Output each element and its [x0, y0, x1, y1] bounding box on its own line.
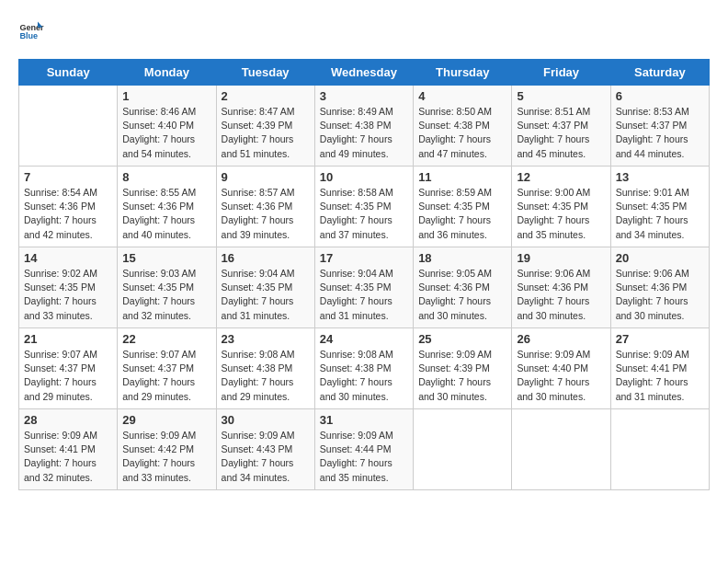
day-number: 4	[418, 89, 506, 103]
day-number: 13	[616, 170, 704, 184]
page-header: General Blue	[18, 18, 710, 44]
weekday-header-tuesday: Tuesday	[216, 60, 314, 86]
day-info: Sunrise: 9:08 AMSunset: 4:38 PMDaylight:…	[320, 348, 408, 404]
calendar-cell: 15Sunrise: 9:03 AMSunset: 4:35 PMDayligh…	[118, 247, 216, 328]
day-number: 7	[24, 170, 112, 184]
calendar-cell: 2Sunrise: 8:47 AMSunset: 4:39 PMDaylight…	[216, 86, 314, 167]
calendar-cell	[512, 409, 610, 490]
calendar-cell: 5Sunrise: 8:51 AMSunset: 4:37 PMDaylight…	[512, 86, 610, 167]
day-info: Sunrise: 9:09 AMSunset: 4:39 PMDaylight:…	[418, 348, 506, 404]
day-number: 3	[320, 89, 408, 103]
day-info: Sunrise: 9:04 AMSunset: 4:35 PMDaylight:…	[320, 267, 408, 323]
calendar-cell: 19Sunrise: 9:06 AMSunset: 4:36 PMDayligh…	[512, 247, 610, 328]
day-number: 9	[222, 170, 310, 184]
week-row-5: 28Sunrise: 9:09 AMSunset: 4:41 PMDayligh…	[19, 409, 710, 490]
week-row-1: 1Sunrise: 8:46 AMSunset: 4:40 PMDaylight…	[19, 86, 710, 167]
calendar-cell: 13Sunrise: 9:01 AMSunset: 4:35 PMDayligh…	[610, 167, 709, 247]
day-number: 24	[320, 332, 408, 346]
day-info: Sunrise: 9:08 AMSunset: 4:38 PMDaylight:…	[222, 348, 310, 404]
day-info: Sunrise: 9:09 AMSunset: 4:44 PMDaylight:…	[320, 429, 408, 485]
day-number: 26	[517, 332, 605, 346]
day-info: Sunrise: 8:51 AMSunset: 4:37 PMDaylight:…	[517, 105, 605, 161]
calendar-cell: 26Sunrise: 9:09 AMSunset: 4:40 PMDayligh…	[512, 328, 610, 409]
day-number: 1	[122, 89, 210, 103]
calendar-cell: 18Sunrise: 9:05 AMSunset: 4:36 PMDayligh…	[414, 247, 512, 328]
weekday-header-thursday: Thursday	[414, 60, 512, 86]
day-number: 23	[222, 332, 310, 346]
day-info: Sunrise: 8:54 AMSunset: 4:36 PMDaylight:…	[24, 186, 112, 242]
weekday-header-sunday: Sunday	[19, 60, 118, 86]
day-info: Sunrise: 9:04 AMSunset: 4:35 PMDaylight:…	[222, 267, 310, 323]
day-info: Sunrise: 9:02 AMSunset: 4:35 PMDaylight:…	[24, 267, 112, 323]
calendar-cell: 10Sunrise: 8:58 AMSunset: 4:35 PMDayligh…	[314, 167, 413, 247]
day-number: 22	[122, 332, 210, 346]
week-row-3: 14Sunrise: 9:02 AMSunset: 4:35 PMDayligh…	[19, 247, 710, 328]
calendar-cell: 1Sunrise: 8:46 AMSunset: 4:40 PMDaylight…	[118, 86, 216, 167]
day-info: Sunrise: 8:46 AMSunset: 4:40 PMDaylight:…	[122, 105, 210, 161]
day-info: Sunrise: 8:47 AMSunset: 4:39 PMDaylight:…	[222, 105, 310, 161]
day-number: 18	[418, 251, 506, 265]
calendar-cell: 14Sunrise: 9:02 AMSunset: 4:35 PMDayligh…	[19, 247, 118, 328]
day-info: Sunrise: 9:09 AMSunset: 4:43 PMDaylight:…	[222, 429, 310, 485]
day-info: Sunrise: 9:07 AMSunset: 4:37 PMDaylight:…	[122, 348, 210, 404]
day-number: 10	[320, 170, 408, 184]
day-info: Sunrise: 9:06 AMSunset: 4:36 PMDaylight:…	[517, 267, 605, 323]
logo-icon: General Blue	[18, 18, 44, 44]
calendar-cell: 7Sunrise: 8:54 AMSunset: 4:36 PMDaylight…	[19, 167, 118, 247]
calendar-cell: 20Sunrise: 9:06 AMSunset: 4:36 PMDayligh…	[610, 247, 709, 328]
day-number: 14	[24, 251, 112, 265]
weekday-header-friday: Friday	[512, 60, 610, 86]
day-number: 17	[320, 251, 408, 265]
day-number: 25	[418, 332, 506, 346]
day-number: 31	[320, 413, 408, 427]
day-info: Sunrise: 9:01 AMSunset: 4:35 PMDaylight:…	[616, 186, 704, 242]
weekday-header-row: SundayMondayTuesdayWednesdayThursdayFrid…	[19, 60, 710, 86]
weekday-header-saturday: Saturday	[610, 60, 709, 86]
calendar-cell: 11Sunrise: 8:59 AMSunset: 4:35 PMDayligh…	[414, 167, 512, 247]
calendar-cell: 21Sunrise: 9:07 AMSunset: 4:37 PMDayligh…	[19, 328, 118, 409]
day-info: Sunrise: 8:57 AMSunset: 4:36 PMDaylight:…	[222, 186, 310, 242]
calendar-cell: 29Sunrise: 9:09 AMSunset: 4:42 PMDayligh…	[118, 409, 216, 490]
day-number: 5	[517, 89, 605, 103]
day-info: Sunrise: 8:59 AMSunset: 4:35 PMDaylight:…	[418, 186, 506, 242]
calendar-cell: 8Sunrise: 8:55 AMSunset: 4:36 PMDaylight…	[118, 167, 216, 247]
day-info: Sunrise: 9:03 AMSunset: 4:35 PMDaylight:…	[122, 267, 210, 323]
calendar-cell: 24Sunrise: 9:08 AMSunset: 4:38 PMDayligh…	[314, 328, 413, 409]
day-number: 11	[418, 170, 506, 184]
day-info: Sunrise: 9:09 AMSunset: 4:41 PMDaylight:…	[616, 348, 704, 404]
calendar-cell: 12Sunrise: 9:00 AMSunset: 4:35 PMDayligh…	[512, 167, 610, 247]
calendar-cell	[414, 409, 512, 490]
day-info: Sunrise: 9:07 AMSunset: 4:37 PMDaylight:…	[24, 348, 112, 404]
calendar-cell: 23Sunrise: 9:08 AMSunset: 4:38 PMDayligh…	[216, 328, 314, 409]
day-number: 30	[222, 413, 310, 427]
calendar-cell: 27Sunrise: 9:09 AMSunset: 4:41 PMDayligh…	[610, 328, 709, 409]
day-info: Sunrise: 9:09 AMSunset: 4:42 PMDaylight:…	[122, 429, 210, 485]
day-number: 16	[222, 251, 310, 265]
day-info: Sunrise: 8:53 AMSunset: 4:37 PMDaylight:…	[616, 105, 704, 161]
calendar-cell	[19, 86, 118, 167]
logo: General Blue	[18, 18, 48, 44]
day-info: Sunrise: 9:00 AMSunset: 4:35 PMDaylight:…	[517, 186, 605, 242]
calendar-cell: 16Sunrise: 9:04 AMSunset: 4:35 PMDayligh…	[216, 247, 314, 328]
day-number: 29	[122, 413, 210, 427]
day-info: Sunrise: 9:06 AMSunset: 4:36 PMDaylight:…	[616, 267, 704, 323]
calendar-cell: 31Sunrise: 9:09 AMSunset: 4:44 PMDayligh…	[314, 409, 413, 490]
weekday-header-wednesday: Wednesday	[314, 60, 413, 86]
calendar-cell: 9Sunrise: 8:57 AMSunset: 4:36 PMDaylight…	[216, 167, 314, 247]
week-row-2: 7Sunrise: 8:54 AMSunset: 4:36 PMDaylight…	[19, 167, 710, 247]
day-number: 21	[24, 332, 112, 346]
day-info: Sunrise: 8:49 AMSunset: 4:38 PMDaylight:…	[320, 105, 408, 161]
day-number: 28	[24, 413, 112, 427]
day-number: 27	[616, 332, 704, 346]
day-info: Sunrise: 9:09 AMSunset: 4:40 PMDaylight:…	[517, 348, 605, 404]
day-number: 2	[222, 89, 310, 103]
calendar-table: SundayMondayTuesdayWednesdayThursdayFrid…	[18, 59, 710, 490]
day-number: 15	[122, 251, 210, 265]
weekday-header-monday: Monday	[118, 60, 216, 86]
calendar-cell	[610, 409, 709, 490]
day-info: Sunrise: 9:05 AMSunset: 4:36 PMDaylight:…	[418, 267, 506, 323]
calendar-cell: 6Sunrise: 8:53 AMSunset: 4:37 PMDaylight…	[610, 86, 709, 167]
calendar-cell: 25Sunrise: 9:09 AMSunset: 4:39 PMDayligh…	[414, 328, 512, 409]
day-info: Sunrise: 8:50 AMSunset: 4:38 PMDaylight:…	[418, 105, 506, 161]
day-number: 6	[616, 89, 704, 103]
